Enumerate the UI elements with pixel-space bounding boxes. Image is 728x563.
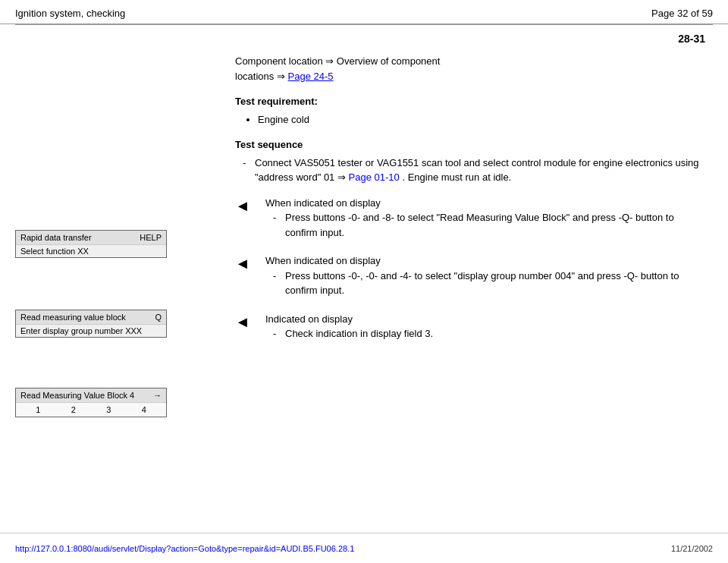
read-measuring-label: Read measuring value block <box>20 313 126 322</box>
ui-box-row-2: Select function XX <box>16 245 166 257</box>
arrow-3: ◄ <box>235 313 258 331</box>
num-3: 3 <box>106 405 111 414</box>
q-label: Q <box>155 313 162 322</box>
footer-date: 11/21/2002 <box>671 544 713 553</box>
test-requirement-list: Engine cold <box>258 112 705 127</box>
when-indicated-1: When indicated on display <box>265 196 705 211</box>
ui-box-row-1: Rapid data transfer HELP <box>16 231 166 245</box>
press-buttons-2: Press buttons -0-, -0- and -4- to select… <box>273 269 705 298</box>
ui-box-value-row-1: Read Measuring Value Block 4 → <box>16 388 166 403</box>
arrow-right: → <box>153 391 162 400</box>
engine-cold-item: Engine cold <box>258 112 705 127</box>
check-indication: Check indication in display field 3. <box>273 326 705 341</box>
page-info: Page 32 of 59 <box>651 8 713 19</box>
intro-line2: locations ⇒ Page 24-5 <box>235 69 705 84</box>
num-1: 1 <box>36 405 40 414</box>
num-4: 4 <box>142 405 146 414</box>
section-id: 28-31 <box>235 33 705 45</box>
ui-box-measuring-row-2: Enter display group number XXX <box>16 325 166 337</box>
instruction-text-2: When indicated on display Press buttons … <box>265 253 705 301</box>
instruction-text-3: Indicated on display Check indication in… <box>265 312 705 344</box>
test-requirement-label: Test requirement: <box>235 96 318 107</box>
ui-box-3-container: Read Measuring Value Block 4 → 1 2 3 4 <box>15 388 212 422</box>
indicated-on-display: Indicated on display <box>265 312 705 327</box>
ui-box-measuring: Read measuring value block Q Enter displ… <box>15 310 167 338</box>
ui-box-1-container: Rapid data transfer HELP Select function… <box>15 230 212 263</box>
instruction-row-3: ◄ Indicated on display Check indication … <box>235 312 705 344</box>
num-2: 2 <box>71 405 76 414</box>
rapid-data-label: Rapid data transfer <box>20 233 92 242</box>
enter-display-label: Enter display group number XXX <box>20 326 142 335</box>
instruction-row-2: ◄ When indicated on display Press button… <box>235 253 705 301</box>
ui-box-rapid-data: Rapid data transfer HELP Select function… <box>15 230 167 258</box>
select-function-label: Select function XX <box>20 247 89 256</box>
page-01-10-link[interactable]: Page 01-10 <box>349 171 400 183</box>
ui-box-2-container: Read measuring value block Q Enter displ… <box>15 310 212 342</box>
help-label: HELP <box>140 233 162 242</box>
right-panel: 28-31 Component location ⇒ Overview of c… <box>220 25 728 526</box>
test-sequence-label: Test sequence <box>235 139 303 150</box>
arrow-2: ◄ <box>235 255 258 272</box>
test-requirement-block: Test requirement: Engine cold <box>235 94 705 127</box>
read-measuring-value-label: Read Measuring Value Block 4 <box>20 391 134 400</box>
ui-box-value-block: Read Measuring Value Block 4 → 1 2 3 4 <box>15 388 167 417</box>
intro-line1: Component location ⇒ Overview of compone… <box>235 54 705 69</box>
page-24-5-link[interactable]: Page 24-5 <box>288 71 334 82</box>
press-buttons-1: Press buttons -0- and -8- to select "Rea… <box>273 210 705 240</box>
left-panel: Rapid data transfer HELP Select function… <box>0 25 220 526</box>
page-title: Ignition system, checking <box>15 8 125 19</box>
page-header: Ignition system, checking Page 32 of 59 <box>0 0 728 24</box>
instruction-row-1: ◄ When indicated on display Press button… <box>235 196 705 244</box>
test-sequence-block: Test sequence Connect VAS5051 tester or … <box>235 137 705 185</box>
footer-url[interactable]: http://127.0.0.1:8080/audi/servlet/Displ… <box>15 544 354 553</box>
instruction-list-3: Check indication in display field 3. <box>273 326 705 341</box>
arrow-1: ◄ <box>235 197 258 215</box>
instruction-list-2: Press buttons -0-, -0- and -4- to select… <box>273 269 705 298</box>
when-indicated-2: When indicated on display <box>265 253 705 269</box>
instruction-text-1: When indicated on display Press buttons … <box>265 196 705 244</box>
intro-block: Component location ⇒ Overview of compone… <box>235 54 705 83</box>
test-sequence-list: Connect VAS5051 tester or VAG1551 scan t… <box>243 156 705 185</box>
connect-instruction: Connect VAS5051 tester or VAG1551 scan t… <box>243 156 705 185</box>
page-footer: http://127.0.0.1:8080/audi/servlet/Displ… <box>0 533 728 563</box>
instruction-list-1: Press buttons -0- and -8- to select "Rea… <box>273 210 705 240</box>
ui-box-number-row: 1 2 3 4 <box>16 403 166 417</box>
ui-box-measuring-row-1: Read measuring value block Q <box>16 310 166 325</box>
